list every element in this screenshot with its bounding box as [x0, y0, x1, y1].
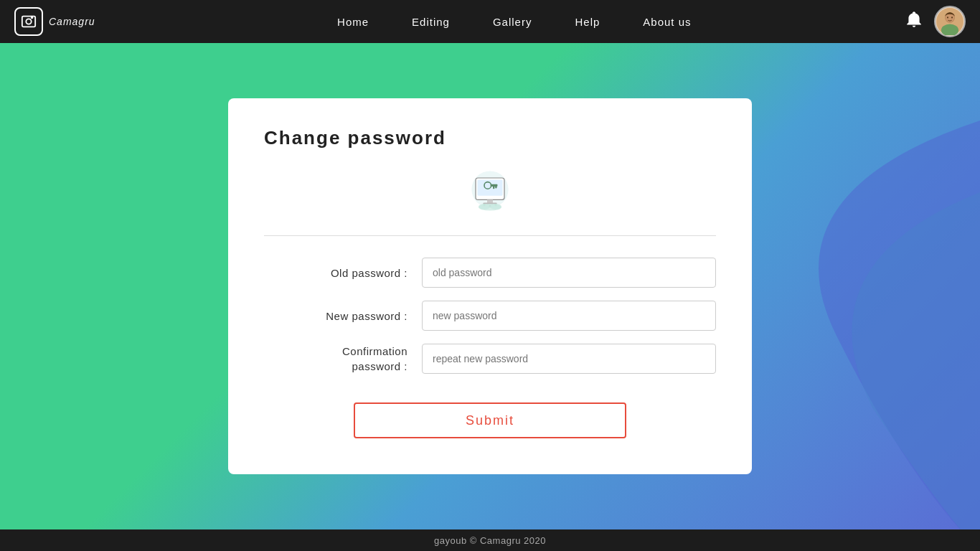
svg-point-2	[32, 17, 33, 19]
footer: gayoub © Camagru 2020	[0, 529, 980, 551]
main-content: Change password	[0, 43, 980, 529]
svg-point-7	[947, 17, 948, 18]
svg-point-23	[490, 204, 501, 209]
submit-row: Submit	[264, 402, 716, 438]
confirmation-password-row: Confirmation password :	[264, 344, 716, 374]
old-password-row: Old password :	[264, 258, 716, 288]
svg-rect-16	[495, 186, 496, 188]
nav-about[interactable]: About us	[643, 16, 691, 28]
nav-home[interactable]: Home	[337, 16, 369, 28]
password-illustration	[264, 164, 716, 221]
confirmation-password-label: Confirmation password :	[264, 344, 407, 374]
svg-rect-0	[22, 17, 35, 27]
logo[interactable]: Camagru	[14, 7, 95, 36]
nav-help[interactable]: Help	[575, 16, 600, 28]
notification-bell[interactable]	[905, 10, 923, 33]
nav-editing[interactable]: Editing	[412, 16, 450, 28]
new-password-row: New password :	[264, 301, 716, 331]
avatar[interactable]	[934, 6, 966, 37]
logo-text: Camagru	[49, 16, 95, 27]
nav-right	[905, 6, 966, 37]
navbar: Camagru Home Editing Gallery Help About …	[0, 0, 980, 43]
confirmation-password-input[interactable]	[422, 344, 716, 374]
logo-icon	[14, 7, 43, 36]
nav-gallery[interactable]: Gallery	[493, 16, 532, 28]
footer-text: gayoub © Camagru 2020	[434, 535, 546, 546]
submit-button[interactable]: Submit	[354, 402, 626, 438]
card-title: Change password	[264, 127, 716, 149]
old-password-label: Old password :	[264, 267, 407, 279]
svg-point-8	[951, 17, 953, 18]
svg-point-1	[26, 19, 31, 24]
old-password-input[interactable]	[422, 258, 716, 288]
divider	[264, 235, 716, 236]
password-form: Old password : New password : Confirmati…	[264, 258, 716, 374]
new-password-label: New password :	[264, 310, 407, 322]
change-password-card: Change password	[228, 98, 752, 474]
svg-point-22	[479, 204, 490, 209]
nav-links: Home Editing Gallery Help About us	[124, 16, 905, 28]
svg-rect-17	[493, 186, 494, 189]
new-password-input[interactable]	[422, 301, 716, 331]
